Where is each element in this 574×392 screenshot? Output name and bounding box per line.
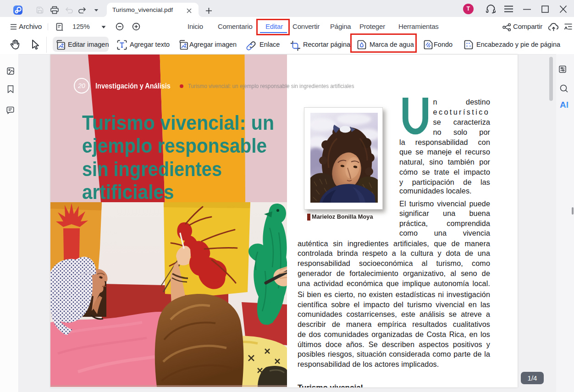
- svg-text:AI: AI: [560, 100, 568, 109]
